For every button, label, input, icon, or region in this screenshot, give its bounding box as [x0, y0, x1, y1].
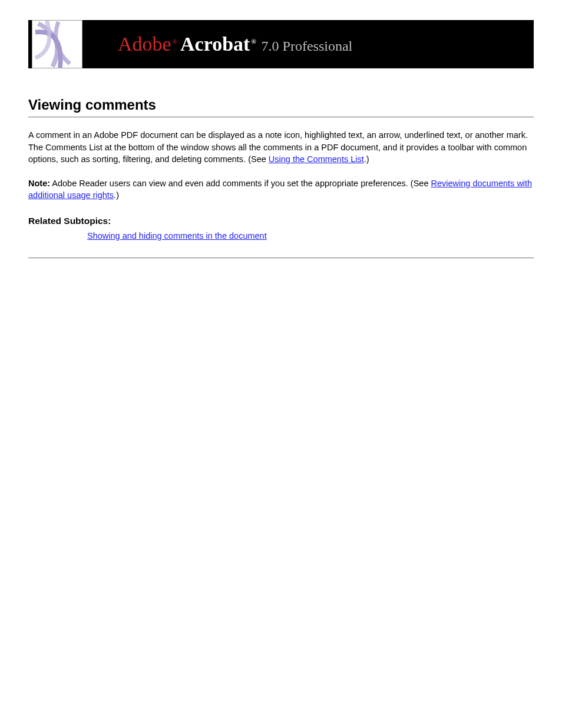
main-paragraph: A comment in an Adobe PDF document can b… [28, 129, 534, 166]
related-link-row: Showing and hiding comments in the docum… [28, 230, 534, 242]
related-subtopics-heading: Related Subtopics: [28, 216, 534, 226]
para-text-1-end: .) [364, 154, 369, 164]
product-banner: Adobe® Acrobat® 7.0 Professional [28, 20, 534, 68]
acrobat-logo-icon [32, 20, 82, 68]
link-using-comments-list[interactable]: Using the Comments List [269, 154, 364, 164]
section-divider [28, 258, 534, 258]
adobe-brand: Adobe® [118, 33, 177, 55]
link-showing-hiding-comments[interactable]: Showing and hiding comments in the docum… [87, 231, 267, 241]
note-text-after: .) [114, 190, 119, 200]
note-paragraph: Note: Adobe Reader users can view and ev… [28, 177, 534, 202]
main-section: Viewing comments A comment in an Adobe P… [28, 97, 534, 258]
note-text-before: Adobe Reader users can view and even add… [50, 179, 431, 188]
banner-title: Adobe® Acrobat® 7.0 Professional [118, 33, 352, 55]
product-version: 7.0 Professional [262, 38, 353, 54]
page-title: Viewing comments [28, 97, 534, 117]
note-label: Note: [28, 179, 50, 188]
acrobat-product-name: Acrobat® [180, 33, 256, 55]
